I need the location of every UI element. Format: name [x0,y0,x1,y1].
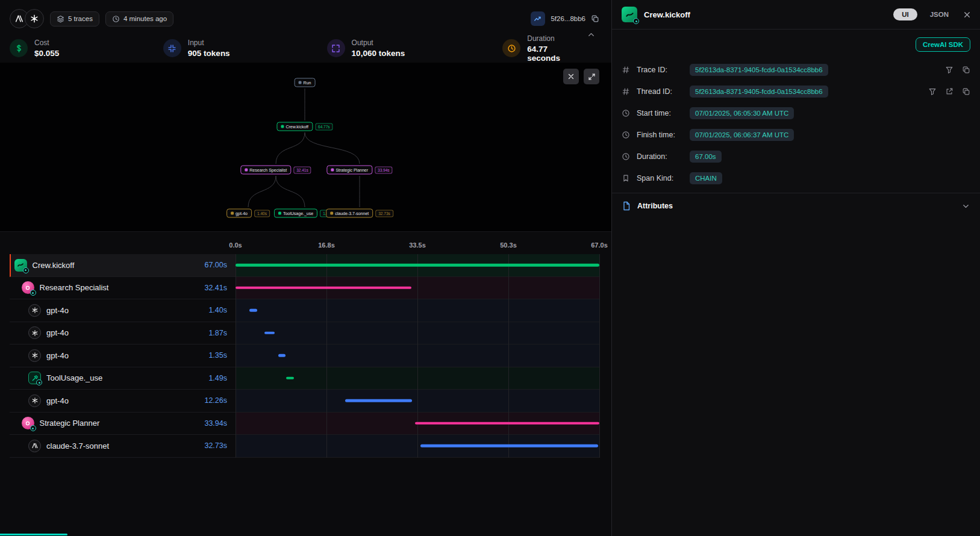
view-toggle-json[interactable]: JSON [924,8,955,20]
span-row[interactable]: Strategic Planner33.94s [10,413,599,435]
copy-icon[interactable] [591,14,599,23]
hash-icon [622,87,632,96]
chevron-up-icon[interactable] [587,30,596,42]
field-value[interactable]: 07/01/2025, 06:06:37 AM UTC [690,129,794,141]
openai-icon [28,349,41,362]
trace-viewer-app: 5 traces 4 minutes ago 5f26...8bb6 Cost$… [0,0,980,536]
detail-fields: Trace ID:5f2613da-8371-9405-fcdd-0a1534c… [612,58,980,193]
field-value[interactable]: 5f2613da-8371-9405-fcdd-0a1534cc8bb6 [690,64,828,76]
span-row-label-cell[interactable]: Crew.kickoff67.00s [10,254,236,277]
span-row[interactable]: gpt-4o1.40s [10,299,599,322]
waterfall: 0.0s16.8s33.5s50.3s67.0s Crew.kickoff67.… [10,237,599,458]
span-row[interactable]: Research Specialist32.41s [10,277,599,300]
bookmark-icon [622,174,632,182]
span-row-label-cell[interactable]: Strategic Planner33.94s [10,413,236,435]
span-duration: 1.49s [208,374,236,382]
span-row[interactable]: Crew.kickoff67.00s [10,254,599,277]
copy-icon[interactable] [962,66,970,74]
duration-bar[interactable] [249,309,257,312]
span-row-label-cell[interactable]: ToolUsage._use1.49s [10,367,236,390]
span-timeline-cell[interactable] [236,435,599,458]
trace-graph: RunCrew.kickoff64.77sResearch Specialist… [0,63,611,232]
stat-cost: Cost$0.055 [10,39,163,58]
detail-field-row: Thread ID:5f2613da-8371-9405-fcdd-0a1534… [622,81,970,102]
span-name: gpt-4o [46,328,69,337]
arrows-in-icon [163,39,181,57]
span-row[interactable]: gpt-4o1.87s [10,322,599,345]
stats-row: Cost$0.055Input905 tokensOutput10,060 to… [10,34,582,63]
span-row-label-cell[interactable]: gpt-4o1.40s [10,299,236,322]
duration-bar[interactable] [345,399,412,402]
field-value[interactable]: CHAIN [690,172,722,184]
span-row[interactable]: ToolUsage._use1.49s [10,367,599,390]
graph-node-box[interactable]: Crew.kickoff [276,122,313,131]
span-row-label-cell[interactable]: gpt-4o12.26s [10,390,236,413]
sdk-badge[interactable]: CrewAI SDK [916,37,970,52]
expand-icon[interactable] [584,69,599,84]
close-icon[interactable] [963,10,972,19]
graph-node[interactable]: Run [295,78,316,87]
span-name: ToolUsage._use [46,373,102,382]
crew-icon [622,7,637,22]
span-timeline-cell[interactable] [236,299,599,322]
span-timeline-cell[interactable] [236,322,599,345]
duration-bar[interactable] [278,354,286,357]
graph-node-box[interactable]: Research Specialist [240,166,291,175]
graph-node[interactable]: gpt-4o1.40s [226,209,270,218]
chevron-down-icon[interactable] [961,202,970,211]
duration-bar[interactable] [420,444,598,447]
span-duration: 32.41s [204,284,236,292]
graph-node-box[interactable]: claude-3.7-sonnet [326,209,373,218]
span-timeline-cell[interactable] [236,367,599,390]
graph-node-box[interactable]: Strategic Planner [326,166,372,175]
span-row-label-cell[interactable]: claude-3.7-sonnet32.73s [10,435,236,458]
span-row[interactable]: gpt-4o12.26s [10,390,599,413]
graph-node-box[interactable]: Run [295,78,316,87]
node-type-icon [245,169,248,172]
graph-node[interactable]: claude-3.7-sonnet32.73s [326,209,393,218]
copy-icon[interactable] [962,87,970,96]
span-timeline-cell[interactable] [236,344,599,367]
span-row-label-cell[interactable]: Research Specialist32.41s [10,277,236,300]
field-value[interactable]: 5f2613da-8371-9405-fcdd-0a1534cc8bb6 [690,86,828,98]
close-icon[interactable] [563,69,579,84]
attributes-section[interactable]: Attributes [612,193,980,219]
horizontal-scrollbar[interactable] [0,534,67,535]
duration-bar[interactable] [236,264,599,267]
funnel-icon[interactable] [928,87,937,96]
span-timeline-cell[interactable] [236,413,599,435]
field-label: Duration: [637,152,685,161]
funnel-icon[interactable] [945,66,953,74]
span-timeline-cell[interactable] [236,254,599,277]
field-value[interactable]: 67.00s [690,151,722,163]
span-row-label-cell[interactable]: gpt-4o1.35s [10,344,236,367]
graph-node[interactable]: Strategic Planner33.94s [326,166,392,175]
graph-node[interactable]: Research Specialist32.41s [240,166,311,175]
graph-node-box[interactable]: gpt-4o [226,209,252,218]
span-timeline-cell[interactable] [236,390,599,413]
external-icon[interactable] [945,87,953,96]
agent-icon [22,281,34,294]
graph-node-box[interactable]: ToolUsage._use [274,209,317,218]
gridline [599,254,600,458]
field-value[interactable]: 07/01/2025, 06:05:30 AM UTC [690,107,794,119]
stat-input: Input905 tokens [163,39,327,58]
span-timeline-cell[interactable] [236,277,599,300]
view-toggle-ui[interactable]: UI [893,8,917,20]
span-row[interactable]: claude-3.7-sonnet32.73s [10,435,599,458]
duration-bar[interactable] [415,422,599,425]
span-duration: 12.26s [204,396,236,405]
detail-field-row: Trace ID:5f2613da-8371-9405-fcdd-0a1534c… [622,59,970,81]
graph-node[interactable]: Crew.kickoff64.77s [276,122,332,131]
traces-count-badge[interactable]: 5 traces [50,11,99,26]
duration-bar[interactable] [264,332,275,335]
stat-value: 64.77 seconds [527,45,582,63]
span-row-label-cell[interactable]: gpt-4o1.87s [10,322,236,345]
node-label: Research Specialist [249,168,287,172]
openai-icon [28,394,41,407]
span-name: gpt-4o [46,396,69,405]
duration-bar[interactable] [236,287,411,290]
duration-bar[interactable] [286,377,294,380]
clock-icon [622,131,632,139]
span-row[interactable]: gpt-4o1.35s [10,344,599,367]
